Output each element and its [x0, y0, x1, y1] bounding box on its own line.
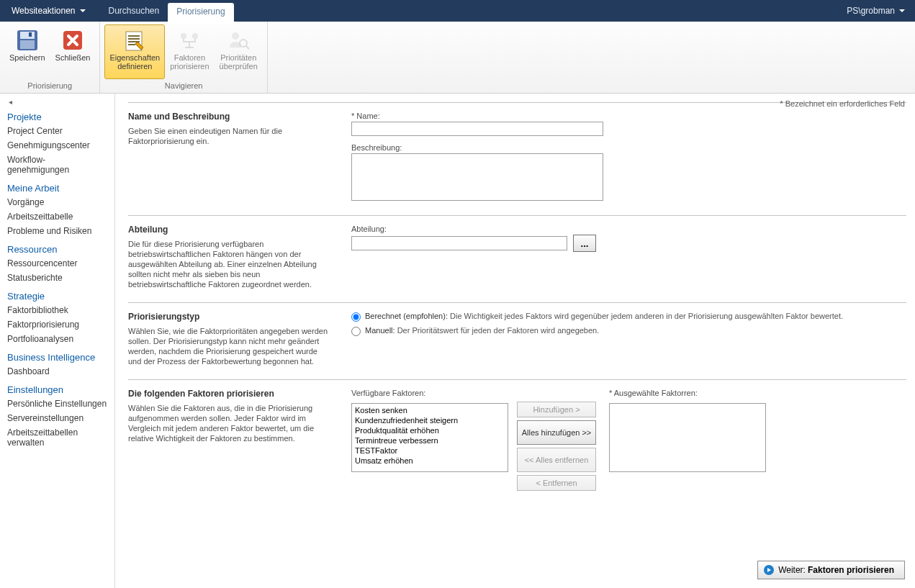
required-field-note: * Bezeichnet ein erforderliches Feld [780, 99, 905, 108]
main-content: * Bezeichnet ein erforderliches Feld Nam… [115, 94, 915, 588]
prioritize-factors-l2: priorisieren [170, 62, 209, 71]
nav-link-factor-prioritization[interactable]: Faktorpriorisierung [0, 317, 114, 332]
nav-link-tasks[interactable]: Vorgänge [0, 195, 114, 209]
review-priorities-l2: überprüfen [220, 62, 258, 71]
tab-priorisierung[interactable]: Priorisierung [168, 3, 233, 24]
save-button[interactable]: Speichern [4, 24, 50, 79]
prioritize-factors-l1: Faktoren [174, 53, 205, 62]
tab-browse[interactable]: Durchsuchen [100, 0, 168, 22]
list-item[interactable]: TESTFaktor [355, 445, 505, 456]
nav-link-project-center[interactable]: Project Center [0, 124, 114, 138]
nav-head-settings[interactable]: Einstellungen [0, 379, 114, 397]
list-item[interactable]: Produktqualität erhöhen [355, 425, 505, 435]
nav-link-factor-library[interactable]: Faktorbibliothek [0, 303, 114, 317]
svg-point-6 [181, 33, 186, 39]
list-item[interactable]: Umsatz erhöhen [355, 456, 505, 466]
close-label: Schließen [55, 53, 91, 62]
ribbon-group-label: Navigieren [104, 79, 262, 93]
radio-manual[interactable]: Manuell: Der Prioritätswert für jeden de… [351, 326, 906, 336]
list-item[interactable]: Kosten senken [355, 405, 505, 415]
add-all-button[interactable]: Alles hinzufügen >> [517, 420, 596, 445]
nav-link-manage-timesheets[interactable]: Arbeitszeittabellen verwalten [0, 425, 114, 450]
prioritize-factors-button[interactable]: Faktoren priorisieren [165, 24, 214, 79]
description-label: Beschreibung: [351, 143, 906, 152]
nav-link-resource-center[interactable]: Ressourcencenter [0, 256, 114, 271]
list-item[interactable]: Termintreue verbessern [355, 435, 505, 445]
chevron-down-icon [80, 9, 86, 12]
radio-manual-input[interactable] [351, 327, 361, 336]
next-strong: Faktoren priorisieren [808, 565, 894, 575]
section-department: Abteilung Die für diese Priorisierung ve… [128, 215, 906, 302]
nav-link-issues-risks[interactable]: Probleme und Risiken [0, 224, 114, 238]
nav-link-status-reports[interactable]: Statusberichte [0, 271, 114, 285]
section-heading: Abteilung [128, 225, 331, 235]
user-label: PS\grobman [847, 6, 895, 16]
section-heading: Name und Beschreibung [128, 112, 331, 122]
section-description: Wählen Sie, wie die Faktorprioritäten an… [128, 326, 331, 366]
site-actions-label: Websiteaktionen [12, 6, 76, 16]
define-properties-l1: Eigenschaften [109, 53, 160, 62]
nav-head-strategy[interactable]: Strategie [0, 285, 114, 303]
close-icon [61, 29, 84, 52]
section-name-description: Name und Beschreibung Geben Sie einen ei… [128, 102, 906, 215]
radio-manual-rest: Der Prioritätswert für jeden der Faktore… [395, 326, 600, 335]
name-label: * Name: [351, 112, 906, 120]
add-button[interactable]: Hinzufügen > [517, 402, 596, 417]
user-menu[interactable]: PS\grobman [847, 0, 905, 22]
balance-icon [178, 29, 201, 52]
svg-point-9 [240, 40, 247, 47]
review-priorities-l1: Prioritäten [220, 53, 256, 62]
description-textarea[interactable] [351, 153, 603, 201]
properties-icon [123, 29, 146, 52]
radio-manual-strong: Manuell: [365, 326, 395, 335]
nav-link-approval-center[interactable]: Genehmigungscenter [0, 138, 114, 153]
available-factors-list[interactable]: Kosten senken Kundenzufriedenheit steige… [351, 403, 508, 472]
section-description: Geben Sie einen eindeutigen Namen für di… [128, 126, 331, 146]
selected-factors-list[interactable] [609, 403, 766, 472]
nav-head-bi[interactable]: Business Intelligence [0, 346, 114, 364]
nav-link-personal-settings[interactable]: Persönliche Einstellungen [0, 397, 114, 411]
collapse-handle[interactable]: ◂ [0, 98, 114, 106]
next-button[interactable]: Weiter: Faktoren priorisieren [757, 561, 905, 579]
ribbon-group-priorisierung: Speichern Schließen Priorisierung [0, 22, 100, 93]
section-select-factors: Die folgenden Faktoren priorisieren Wähl… [128, 379, 906, 537]
department-browse-button[interactable]: ... [573, 235, 596, 252]
left-nav: ◂ Projekte Project Center Genehmigungsce… [0, 94, 115, 588]
nav-link-server-settings[interactable]: Servereinstellungen [0, 411, 114, 425]
ribbon-group-label: Priorisierung [4, 79, 95, 93]
nav-link-workflow-approvals[interactable]: Workflow-genehmigungen [0, 153, 114, 177]
radio-calculated-input[interactable] [351, 312, 361, 322]
nav-head-resources[interactable]: Ressourcen [0, 238, 114, 256]
nav-head-my-work[interactable]: Meine Arbeit [0, 177, 114, 195]
define-properties-button[interactable]: Eigenschaften definieren [104, 24, 165, 79]
radio-calculated-rest: Die Wichtigkeit jedes Faktors wird gegen… [448, 312, 843, 320]
list-item[interactable]: Kundenzufriedenheit steigern [355, 415, 505, 425]
review-priorities-button[interactable]: Prioritäten überprüfen [215, 24, 263, 79]
nav-link-portfolio-analyses[interactable]: Portfolioanalysen [0, 332, 114, 346]
define-properties-l2: definieren [117, 62, 152, 71]
svg-point-7 [192, 33, 198, 39]
floppy-disk-icon [16, 29, 39, 52]
section-heading: Priorisierungstyp [128, 312, 331, 322]
nav-link-dashboard[interactable]: Dashboard [0, 364, 114, 379]
dual-list: Verfügbare Faktoren: Kosten senken Kunde… [351, 389, 906, 494]
svg-rect-2 [20, 40, 35, 49]
section-description: Wählen Sie die Faktoren aus, die in die … [128, 403, 331, 443]
department-input[interactable] [351, 236, 567, 250]
close-button[interactable]: Schließen [50, 24, 96, 79]
site-actions-menu[interactable]: Websiteaktionen [7, 0, 90, 22]
remove-button[interactable]: < Entfernen [517, 475, 596, 491]
save-label: Speichern [9, 53, 45, 62]
radio-calculated[interactable]: Berechnet (empfohlen): Die Wichtigkeit j… [351, 312, 906, 322]
section-heading: Die folgenden Faktoren priorisieren [128, 389, 331, 399]
selected-factors-label: * Ausgewählte Faktorren: [609, 389, 766, 397]
nav-link-timesheet[interactable]: Arbeitszeittabelle [0, 209, 114, 224]
top-tabs: Durchsuchen Priorisierung [100, 0, 234, 22]
nav-head-projects[interactable]: Projekte [0, 106, 114, 124]
body: ◂ Projekte Project Center Genehmigungsce… [0, 94, 915, 588]
remove-all-button[interactable]: << Alles entfernen [517, 448, 596, 472]
name-input[interactable] [351, 122, 603, 136]
ribbon-group-navigieren: Eigenschaften definieren Faktoren priori… [100, 22, 267, 93]
ribbon: Speichern Schließen Priorisierung Eigens… [0, 22, 915, 94]
top-bar: Websiteaktionen Durchsuchen Priorisierun… [0, 0, 915, 22]
